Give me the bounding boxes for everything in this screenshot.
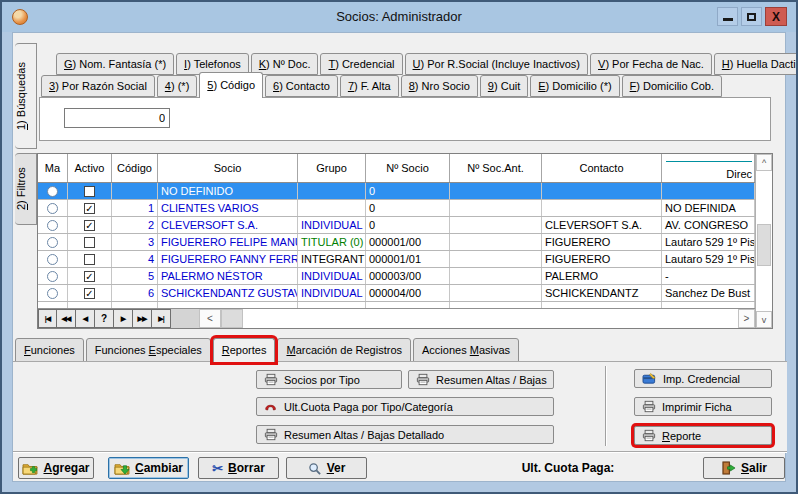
titlebar: Socios: Administrador X (2, 2, 796, 32)
hscroll-left-arrow[interactable]: < (199, 309, 221, 328)
code-input[interactable] (64, 108, 170, 128)
ver-button[interactable]: Ver (286, 457, 367, 479)
marca-radio[interactable] (47, 254, 58, 265)
cambiar-button[interactable]: Cambiar (108, 457, 189, 479)
cell-socio: FIGUERERO FELIPE MANUE (158, 234, 298, 250)
socios-por-tipo-button[interactable]: Socios por Tipo (256, 370, 402, 389)
phone-red-icon (264, 400, 278, 413)
search-tab-f-domicilio-cob[interactable]: F) Domicilio Cob. (622, 75, 722, 97)
cell-codigo: 3 (112, 234, 158, 250)
vscroll-thumb[interactable] (757, 224, 771, 266)
cell-contacto: SCHICKENDANTZ (542, 285, 662, 301)
grid-row-palermo-n-stor[interactable]: ✓5PALERMO NÉSTORINDIVIDUAL000003/00PALER… (38, 268, 772, 285)
vscroll-down-arrow[interactable]: v (756, 311, 772, 328)
search-tab-t-credencial[interactable]: T) Credencial (320, 53, 402, 75)
button-label: Ver (327, 461, 346, 475)
column-header-ma: Ma (38, 154, 68, 182)
search-tab-6-contacto[interactable]: 6) Contacto (265, 75, 338, 97)
search-tab-5-c-digo[interactable]: 5) Código (199, 72, 263, 98)
button-label: Resumen Altas / Bajas Detallado (284, 429, 444, 441)
maximize-button[interactable] (741, 7, 762, 26)
activo-checkbox[interactable]: ✓ (84, 220, 95, 231)
hscroll-gap (171, 309, 199, 328)
ult-cuota-paga-por-tipo-categor-a-button[interactable]: Ult.Cuota Paga por Tipo/Categoría (256, 397, 554, 416)
hscroll-thumb[interactable] (221, 309, 243, 328)
action-bar-separator (13, 451, 787, 453)
marca-radio[interactable] (47, 203, 58, 214)
app-window: Socios: Administrador X 1) Búsquedas2) F… (0, 0, 798, 494)
function-tab-acciones-masivas[interactable]: Acciones Masivas (413, 338, 519, 362)
activo-checkbox[interactable]: ✓ (84, 271, 95, 282)
hscroll-right-arrow[interactable]: > (738, 309, 755, 328)
navigator-help-button[interactable]: ? (95, 309, 114, 328)
grid-row-clientes-varios[interactable]: ✓1CLIENTES VARIOS0NO DEFINIDA (38, 200, 772, 217)
imp-credencial-button[interactable]: Imp. Credencial (634, 369, 772, 388)
hscroll-track[interactable] (243, 309, 738, 328)
imprimir-ficha-button[interactable]: Imprimir Ficha (634, 397, 772, 416)
cell-nro-soc-ant (450, 200, 542, 216)
grid-header: MaActivoCódigoSocioGrupoNº SocioNº Soc.A… (38, 154, 772, 183)
marca-radio[interactable] (47, 288, 58, 299)
cell-socio: NO DEFINIDO (158, 183, 298, 199)
grid-row-schickendantz-gustav[interactable]: ✓6SCHICKENDANTZ GUSTAVINDIVIDUAL000004/0… (38, 285, 772, 302)
cell-codigo: 2 (112, 217, 158, 233)
search-tab-g-nom-fantas-a[interactable]: G) Nom. Fantasía (*) (56, 53, 174, 75)
minimize-button[interactable] (717, 7, 738, 26)
column-header-grupo: Grupo (298, 154, 366, 182)
cell-nro-socio: 000001/00 (366, 234, 450, 250)
activo-checkbox[interactable]: ✓ (84, 288, 95, 299)
activo-checkbox[interactable] (84, 254, 95, 265)
vscroll-up-arrow[interactable]: ^ (756, 154, 772, 171)
function-tab-marcaci-n-de-registros[interactable]: Marcación de Registros (277, 338, 411, 362)
side-tab-1-b-squedas[interactable]: 1) Búsquedas (15, 43, 37, 149)
marca-radio[interactable] (47, 220, 58, 231)
activo-checkbox[interactable]: ✓ (84, 203, 95, 214)
navigator-prior-page-button[interactable]: ◀◀ (57, 309, 76, 328)
search-tab-3-por-raz-n-social[interactable]: 3) Por Razón Social (41, 75, 155, 97)
cell-grupo: INDIVIDUAL (298, 285, 366, 301)
navigator-prior-button[interactable]: ◀ (76, 309, 95, 328)
cell-nro-soc-ant (450, 285, 542, 301)
function-tab-reportes[interactable]: Reportes (213, 338, 276, 362)
column-header-direc: Direc (662, 154, 755, 182)
search-tab-7-f-alta[interactable]: 7) F. Alta (340, 75, 399, 97)
activo-checkbox[interactable] (84, 237, 95, 248)
search-tab-h-huella-dactilar[interactable]: H) Huella Dactilar (714, 53, 798, 75)
grid-row-no-definido[interactable]: NO DEFINIDO0 (38, 183, 772, 200)
grid-row-figuerero-fanny-ferra[interactable]: 4FIGUERERO FANNY FERRAINTEGRANT000001/01… (38, 251, 772, 268)
marca-radio[interactable] (47, 186, 58, 197)
agregar-button[interactable]: Agregar (18, 457, 94, 479)
marca-radio[interactable] (47, 271, 58, 282)
resumen-altas-bajas-button[interactable]: Resumen Altas / Bajas (408, 370, 554, 389)
reporte-button[interactable]: Reporte (634, 426, 772, 445)
activo-checkbox[interactable] (84, 186, 95, 197)
salir-button[interactable]: Salir (703, 457, 785, 479)
ult-cuota-paga-label: Ult. Cuota Paga: (483, 461, 653, 475)
navigator-next-page-button[interactable]: ▶▶ (133, 309, 152, 328)
search-tab-4[interactable]: 4) (*) (157, 75, 197, 97)
search-tab-e-domicilio[interactable]: E) Domicilio (*) (530, 75, 619, 97)
search-tab-u-por-r-social-incluye-inactivos[interactable]: U) Por R.Social (Incluye Inactivos) (405, 53, 589, 75)
function-tab-funciones-especiales[interactable]: Funciones Especiales (86, 338, 211, 362)
side-tab-2-filtros[interactable]: 2) Filtros (15, 153, 37, 225)
grid-row-cleversoft-s-a[interactable]: ✓2CLEVERSOFT S.A.INDIVIDUAL0CLEVERSOFT S… (38, 217, 772, 234)
cell-contacto (542, 200, 662, 216)
borrar-button[interactable]: ✂Borrar (198, 457, 279, 479)
search-tab-8-nro-socio[interactable]: 8) Nro Socio (401, 75, 478, 97)
cell-nro-socio: 000004/00 (366, 285, 450, 301)
navigator-last-button[interactable]: ▶| (152, 309, 171, 328)
window-title: Socios: Administrador (2, 9, 796, 24)
grid-row-figuerero-felipe-manue[interactable]: 3FIGUERERO FELIPE MANUETITULAR (0)000001… (38, 234, 772, 251)
navigator-next-button[interactable]: ▶ (114, 309, 133, 328)
resumen-altas-bajas-detallado-button[interactable]: Resumen Altas / Bajas Detallado (256, 425, 554, 444)
search-tab-v-por-fecha-de-nac[interactable]: V) Por Fecha de Nac. (590, 53, 712, 75)
button-label: Socios por Tipo (284, 374, 360, 386)
marca-radio[interactable] (47, 237, 58, 248)
card-icon (642, 372, 657, 385)
navigator-first-button[interactable]: |◀ (38, 309, 57, 328)
search-tab-9-cuit[interactable]: 9) Cuit (480, 75, 528, 97)
cell-nro-soc-ant (450, 217, 542, 233)
button-label: Borrar (228, 461, 265, 475)
close-button[interactable]: X (765, 7, 787, 26)
function-tab-funciones[interactable]: Funciones (15, 338, 84, 362)
